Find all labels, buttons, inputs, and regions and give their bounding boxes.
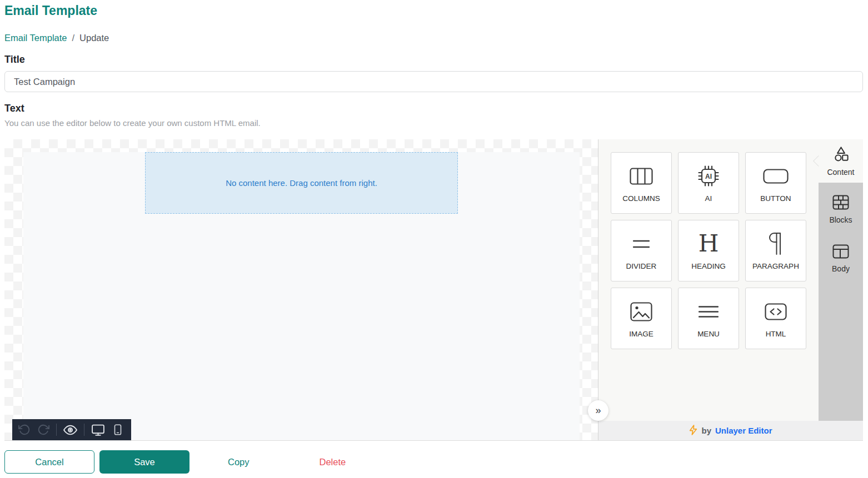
editor-mode-toolbar [12, 419, 131, 440]
image-icon [630, 299, 652, 324]
tab-body-label: Body [832, 264, 850, 273]
ai-chip-icon: AI [696, 163, 721, 189]
title-field-label: Title [4, 54, 863, 66]
svg-text:AI: AI [705, 173, 712, 180]
breadcrumb: Email Template / Update [4, 33, 863, 43]
html-icon [765, 299, 787, 324]
text-field-description: You can use the editor below to create y… [4, 118, 863, 128]
editor-branding-footer: by Unlayer Editor [598, 421, 863, 440]
editor-canvas-page: No content here. Drag content from right… [23, 152, 580, 440]
panel-collapse-button[interactable]: » [588, 400, 608, 421]
desktop-preview-icon[interactable] [91, 423, 105, 437]
unlayer-editor-link[interactable]: Unlayer Editor [715, 426, 772, 435]
copy-button[interactable]: Copy [228, 457, 250, 467]
content-tile-divider[interactable]: DIVIDER [611, 220, 672, 281]
title-input[interactable] [4, 71, 863, 92]
paragraph-icon [769, 231, 783, 256]
mobile-preview-icon[interactable] [112, 424, 124, 436]
toolbar-divider [56, 424, 57, 436]
footer-by-text: by [701, 426, 711, 435]
content-tile-image[interactable]: IMAGE [611, 288, 672, 349]
empty-dropzone[interactable]: No content here. Drag content from right… [145, 152, 458, 214]
tab-body[interactable]: Body [819, 236, 863, 281]
content-tile-button[interactable]: BUTTON [745, 152, 806, 214]
cancel-button[interactable]: Cancel [4, 450, 94, 474]
email-template-page: Email Template Email Template / Update T… [0, 0, 868, 474]
content-tools: COLUMNS AI [598, 139, 819, 421]
tab-blocks-label: Blocks [829, 215, 852, 224]
layout-icon [832, 244, 849, 260]
form-actions: Cancel Save Copy Delete [4, 450, 863, 474]
divider-icon [633, 231, 650, 256]
page-title: Email Template [4, 3, 863, 18]
undo-icon[interactable] [18, 424, 31, 436]
content-tile-ai[interactable]: AI AI [678, 152, 739, 214]
panel-tab-bar: Content Blocks Body [819, 139, 863, 421]
breadcrumb-current: Update [79, 33, 109, 43]
button-icon [763, 163, 789, 189]
content-tile-menu[interactable]: MENU [678, 288, 739, 349]
chevron-double-right-icon: » [595, 405, 601, 416]
tab-content-label: Content [827, 168, 854, 177]
save-button[interactable]: Save [99, 450, 189, 474]
tab-blocks[interactable]: Blocks [819, 183, 863, 236]
breadcrumb-separator: / [72, 33, 75, 43]
breadcrumb-link-email-template[interactable]: Email Template [4, 33, 67, 43]
menu-icon [699, 299, 719, 324]
heading-icon: H [699, 231, 719, 256]
delete-button[interactable]: Delete [320, 457, 346, 467]
content-tiles-grid: COLUMNS AI [611, 152, 819, 349]
content-tile-heading[interactable]: H HEADING [678, 220, 739, 281]
bricks-icon [832, 195, 849, 212]
editor-side-panel: » COLUMNS [598, 139, 863, 440]
redo-icon[interactable] [37, 424, 49, 436]
dropzone-message: No content here. Drag content from right… [226, 178, 377, 188]
preview-eye-icon[interactable] [63, 423, 77, 437]
content-tile-html[interactable]: HTML [745, 288, 806, 349]
editor-canvas-area: No content here. Drag content from right… [4, 139, 598, 440]
lightning-bolt-icon [689, 425, 697, 437]
shapes-icon [833, 146, 849, 164]
toolbar-divider [84, 424, 84, 436]
content-tile-columns[interactable]: COLUMNS [611, 152, 672, 214]
content-tile-paragraph[interactable]: PARAGRAPH [745, 220, 806, 281]
tab-content[interactable]: Content [819, 139, 863, 183]
columns-icon [630, 163, 653, 189]
text-field-label: Text [4, 103, 863, 114]
email-editor: No content here. Drag content from right… [4, 139, 863, 441]
